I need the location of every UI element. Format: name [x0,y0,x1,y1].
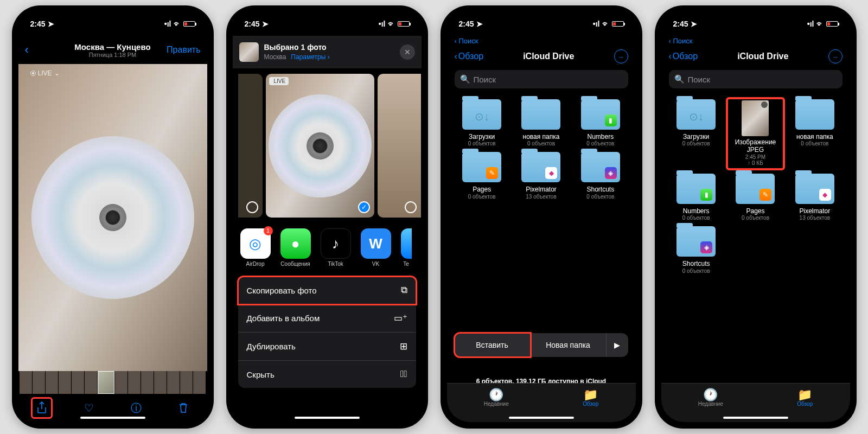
folder-shortcuts[interactable]: ◈Shortcuts0 объектов [573,152,628,199]
shortcuts-icon: ◈ [700,241,712,253]
duplicate-action[interactable]: Дублировать⊞ [238,333,416,361]
wifi-icon: ᯤ [388,20,395,28]
copy-photo-action[interactable]: Скопировать фото⧉ [238,277,416,304]
telegram-app-peek[interactable]: Te [401,228,412,267]
location-services-icon: ➤ [262,20,269,28]
share-sheet-header: Выбрано 1 фото Москва Параметры › ✕ [233,36,422,68]
pasted-image-file[interactable]: Изображение JPEG2:45 PM↑ 0 КБ [728,99,783,168]
shortcuts-icon: ◈ [605,167,617,179]
battery-icon [183,21,195,27]
live-icon [30,71,36,76]
tiktok-icon: ♪ [321,228,351,259]
photo-content [24,129,201,305]
cellular-icon: •ıl [593,20,600,28]
location-label: Москва [264,53,286,61]
share-actions: Скопировать фото⧉ Добавить в альбом▭⁺ Ду… [238,277,416,388]
files-nav: ‹ Обзор iCloud Drive ··· [661,46,850,67]
share-button[interactable] [32,398,52,418]
folder-numbers[interactable]: ▮Numbers0 объектов [573,99,628,146]
search-icon: 🔍 [460,74,470,84]
context-more[interactable]: ▶ [607,333,628,357]
new-folder-button[interactable]: Новая папка [531,333,607,357]
folder-icon: 📁 [797,388,813,401]
folder-new[interactable]: новая папка0 объектов [514,99,569,146]
unselected-icon[interactable] [405,201,417,213]
tab-browse[interactable]: 📁Обзор [583,388,598,407]
home-indicator[interactable] [295,417,360,419]
thumbnail-strip[interactable] [18,371,207,394]
back-button[interactable]: ‹ [25,43,29,57]
selected-photo[interactable]: LIVE ✓ [266,74,374,218]
download-icon: ⊙↓ [475,110,489,123]
share-apps-row[interactable]: ◎1AirDrop ●Сообщения ♪TikTok WVK Te [233,223,422,272]
back-button[interactable]: ‹ Обзор [669,52,698,61]
tab-browse[interactable]: 📁Обзор [797,388,813,407]
pages-icon: ✎ [760,189,771,201]
folder-new[interactable]: новая папка0 объектов [787,99,842,168]
folder-pixelmator[interactable]: ◆Pixelmator13 объектов [514,152,569,199]
cellular-icon: •ıl [164,20,171,28]
clock-icon: 🕐 [698,388,723,401]
back-button[interactable]: ‹ Обзор [455,52,484,61]
live-badge: LIVE [269,77,289,85]
back-to-search[interactable]: ‹ Поиск [661,36,850,46]
photo-viewer[interactable] [18,64,207,371]
trash-button[interactable] [174,398,193,418]
files-grid: ⊙↓Загрузки0 объектов Изображение JPEG2:4… [661,94,850,422]
airdrop-icon: ◎1 [240,228,271,259]
folder-pages[interactable]: ✎Pages0 объектов [455,152,509,199]
airdrop-app[interactable]: ◎1AirDrop [240,228,271,267]
folder-pixelmator[interactable]: ◆Pixelmator13 объектов [787,174,842,221]
vk-app[interactable]: WVK [361,228,391,267]
folder-numbers[interactable]: ▮Numbers0 объектов [669,174,724,221]
close-button[interactable]: ✕ [400,44,415,60]
home-indicator[interactable] [723,417,788,419]
clock-icon: 🕐 [484,388,509,401]
header-thumbnail [239,42,259,62]
folder-downloads[interactable]: ⊙↓Загрузки0 объектов [669,99,724,168]
folder-pages[interactable]: ✎Pages0 объектов [728,174,783,221]
unselected-icon[interactable] [246,201,258,213]
phone-1: 2:45➤ •ıl ᯤ ‹ Москва — Кунцево Пятница 1… [12,5,214,429]
edit-button[interactable]: Править [167,45,200,55]
home-indicator[interactable] [80,417,145,419]
options-link[interactable]: Параметры › [291,53,329,61]
add-to-album-action[interactable]: Добавить в альбом▭⁺ [238,304,416,333]
image-thumbnail [742,100,769,136]
pixelmator-icon: ◆ [545,167,557,179]
paste-button[interactable]: Вставить [455,333,531,357]
folder-downloads[interactable]: ⊙↓Загрузки0 объектов [455,99,509,146]
tab-recent[interactable]: 🕐Недавние [698,388,723,407]
selection-count: Выбрано 1 фото [264,43,394,52]
back-to-search[interactable]: ‹ Поиск [447,36,636,46]
folder-shortcuts[interactable]: ◈Shortcuts0 объектов [669,226,724,273]
search-input[interactable]: 🔍Поиск [455,70,628,88]
context-menu: Вставить Новая папка ▶ [455,333,628,357]
info-button[interactable]: ⓘ [126,398,146,418]
search-input[interactable]: 🔍Поиск [669,70,843,88]
more-button[interactable]: ··· [828,49,843,63]
telegram-icon [401,228,412,259]
phone-3: 2:45➤ •ılᯤ ‹ Поиск ‹ Обзор iCloud Drive … [441,5,642,429]
cellular-icon: •ıl [379,20,386,28]
numbers-icon: ▮ [605,114,617,126]
files-nav: ‹ Обзор iCloud Drive ··· [447,46,636,67]
messages-icon: ● [280,228,311,259]
hide-action[interactable]: Скрыть👁̸ [238,361,416,388]
home-indicator[interactable] [509,417,574,419]
page-title: iCloud Drive [523,52,574,61]
photo-selection-row[interactable]: LIVE ✓ [233,68,422,223]
search-icon: 🔍 [674,74,685,84]
more-button[interactable]: ··· [614,49,628,63]
album-icon: ▭⁺ [394,312,407,324]
tiktok-app[interactable]: ♪TikTok [321,228,351,267]
battery-icon [612,21,624,27]
messages-app[interactable]: ●Сообщения [280,228,311,267]
checkmark-icon[interactable]: ✓ [358,201,370,213]
tab-recent[interactable]: 🕐Недавние [484,388,509,407]
location-services-icon: ➤ [691,20,697,28]
wifi-icon: ᯤ [602,20,610,28]
favorite-button[interactable]: ♡ [79,398,99,418]
badge: 1 [264,226,273,235]
live-badge[interactable]: LIVE ⌄ [30,69,60,77]
